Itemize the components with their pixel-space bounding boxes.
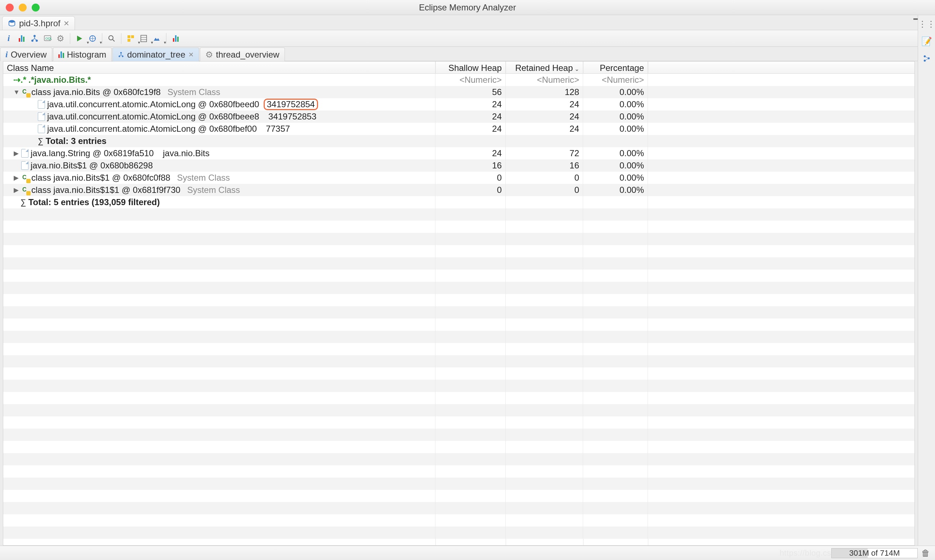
svg-point-17	[923, 55, 926, 58]
drag-handle-icon[interactable]: ⋮⋮	[921, 19, 932, 29]
title-bar: Eclipse Memory Analyzer	[0, 0, 935, 15]
row-class-name: class java.nio.Bits$1$1 @ 0x681f9f730	[31, 185, 181, 195]
group-tool-dropdown[interactable]	[125, 33, 136, 44]
cell-retained: 0	[506, 184, 583, 196]
notes-view-icon[interactable]: 📝	[921, 36, 932, 47]
run-gc-icon[interactable]: 🗑	[921, 548, 930, 558]
close-window-icon[interactable]	[6, 4, 14, 12]
histogram-tool-icon[interactable]	[16, 33, 27, 44]
svg-point-7	[109, 35, 113, 40]
table-row[interactable]: java.util.concurrent.atomic.AtomicLong @…	[3, 111, 915, 123]
class-icon	[21, 174, 29, 182]
cell-retained: 24	[506, 98, 583, 111]
instance-icon	[21, 161, 28, 170]
tab-histogram-label: Histogram	[67, 50, 106, 60]
instance-icon	[38, 100, 45, 109]
system-class-label: System Class	[177, 173, 230, 183]
heap-memory-indicator[interactable]: 301M of 714M	[831, 548, 918, 558]
overview-tool-icon[interactable]: i	[3, 33, 14, 44]
row-class-name: java.util.concurrent.atomic.AtomicLong @…	[47, 99, 259, 109]
cell-retained: 24	[506, 123, 583, 135]
svg-text:OQL: OQL	[45, 37, 52, 40]
filter-percent[interactable]: <Numeric>	[583, 74, 648, 86]
cell-percent: 0.00%	[583, 160, 648, 172]
tab-thread-overview[interactable]: thread_overview	[200, 48, 285, 61]
heap-memory-text: 301M of 714M	[849, 548, 900, 558]
table-row[interactable]: java.util.concurrent.atomic.AtomicLong @…	[3, 98, 915, 111]
zoom-window-icon[interactable]	[32, 4, 40, 12]
disclosure-closed-icon[interactable]: ▶	[13, 174, 19, 182]
cell-retained: 72	[506, 147, 583, 160]
col-shallow-heap[interactable]: Shallow Heap	[435, 62, 506, 74]
histogram-icon	[59, 51, 64, 58]
table-row[interactable]: ▶ java.nio.Bits$1 @ 0x680b86298 16 16 0.…	[3, 160, 915, 172]
svg-rect-9	[131, 35, 134, 38]
total-label: Total: 5 entries (193,059 filtered)	[28, 197, 160, 207]
regex-filter-text[interactable]: .*java.nio.Bits.*	[28, 75, 91, 85]
system-class-label: System Class	[187, 185, 240, 195]
cell-shallow: 24	[435, 147, 506, 160]
cell-shallow: 56	[435, 86, 506, 98]
instance-icon	[38, 125, 45, 133]
table-row[interactable]: ▶ class java.nio.Bits$1$1 @ 0x681f9f730 …	[3, 184, 915, 196]
disclosure-closed-icon[interactable]: ▶	[13, 149, 19, 157]
window-title: Eclipse Memory Analyzer	[419, 3, 516, 12]
editor-tab-pid3[interactable]: pid-3.hprof ✕	[2, 16, 75, 30]
export-tool-dropdown[interactable]	[151, 33, 162, 44]
query-browser-dropdown[interactable]	[87, 33, 98, 44]
instance-icon	[38, 112, 45, 121]
right-perspective-bar: ⋮⋮ 📝	[918, 15, 935, 546]
svg-rect-10	[128, 39, 130, 42]
dominator-tree-icon	[118, 51, 124, 58]
tab-histogram[interactable]: Histogram	[53, 48, 112, 61]
class-icon	[21, 186, 29, 194]
table-row[interactable]: ▼ class java.nio.Bits @ 0x680fc19f8 Syst…	[3, 86, 915, 98]
threads-tool-icon[interactable]	[55, 33, 66, 44]
col-class-name[interactable]: Class Name	[3, 62, 435, 74]
regex-filter-icon: ⇢.*	[13, 75, 26, 85]
cell-shallow: 0	[435, 184, 506, 196]
class-icon	[21, 88, 29, 96]
svg-rect-11	[141, 35, 147, 42]
dominator-tool-icon[interactable]	[29, 33, 40, 44]
cell-retained: 128	[506, 86, 583, 98]
instance-icon	[21, 149, 28, 158]
table-header: Class Name Shallow Heap Retained Heap ⌄ …	[3, 62, 915, 74]
table-row[interactable]: ▶ java.lang.String @ 0x6819fa510 java.ni…	[3, 147, 915, 160]
minimize-window-icon[interactable]	[19, 4, 27, 12]
disclosure-open-icon[interactable]: ▼	[13, 89, 19, 96]
cell-percent: 0.00%	[583, 111, 648, 123]
col-percentage[interactable]: Percentage	[583, 62, 648, 74]
cell-shallow: 0	[435, 172, 506, 184]
table-body[interactable]: ⇢.* .*java.nio.Bits.* <Numeric> <Numeric…	[3, 74, 915, 545]
highlighted-value: 3419752854	[264, 98, 318, 110]
table-row[interactable]: java.util.concurrent.atomic.AtomicLong @…	[3, 123, 915, 135]
cell-percent: 0.00%	[583, 98, 648, 111]
cell-retained: 16	[506, 160, 583, 172]
filter-shallow[interactable]: <Numeric>	[435, 74, 506, 86]
navigation-view-icon[interactable]	[921, 53, 932, 64]
find-tool-icon[interactable]	[106, 33, 117, 44]
status-bar: https://blog.csdn.net/u012899060 301M of…	[0, 546, 935, 560]
disclosure-closed-icon[interactable]: ▶	[13, 186, 19, 194]
col-retained-heap[interactable]: Retained Heap ⌄	[506, 62, 583, 74]
table-row[interactable]: ▶ class java.nio.Bits$1 @ 0x680fc0f88 Sy…	[3, 172, 915, 184]
tab-dominator-tree[interactable]: dominator_tree ✕	[113, 48, 199, 61]
close-tab-icon[interactable]: ✕	[63, 19, 69, 28]
cell-shallow: 24	[435, 123, 506, 135]
row-value: 3419752853	[268, 112, 316, 122]
oql-tool-icon[interactable]: OQL	[42, 33, 53, 44]
filter-retained[interactable]: <Numeric>	[506, 74, 583, 86]
compare-tool-icon[interactable]	[170, 33, 182, 44]
close-subtab-icon[interactable]: ✕	[188, 51, 194, 58]
tab-overview[interactable]: i Overview	[0, 48, 52, 61]
calculate-tool-dropdown[interactable]	[138, 33, 150, 44]
gear-icon	[205, 50, 213, 60]
filter-row[interactable]: ⇢.* .*java.nio.Bits.* <Numeric> <Numeric…	[3, 74, 915, 86]
cell-percent: 0.00%	[583, 86, 648, 98]
svg-point-19	[927, 57, 930, 59]
run-report-dropdown[interactable]	[74, 33, 85, 44]
total-row: ∑ Total: 3 entries	[3, 135, 915, 147]
tab-dominator-label: dominator_tree	[127, 50, 185, 60]
total-row: ∑ Total: 5 entries (193,059 filtered)	[3, 196, 915, 208]
